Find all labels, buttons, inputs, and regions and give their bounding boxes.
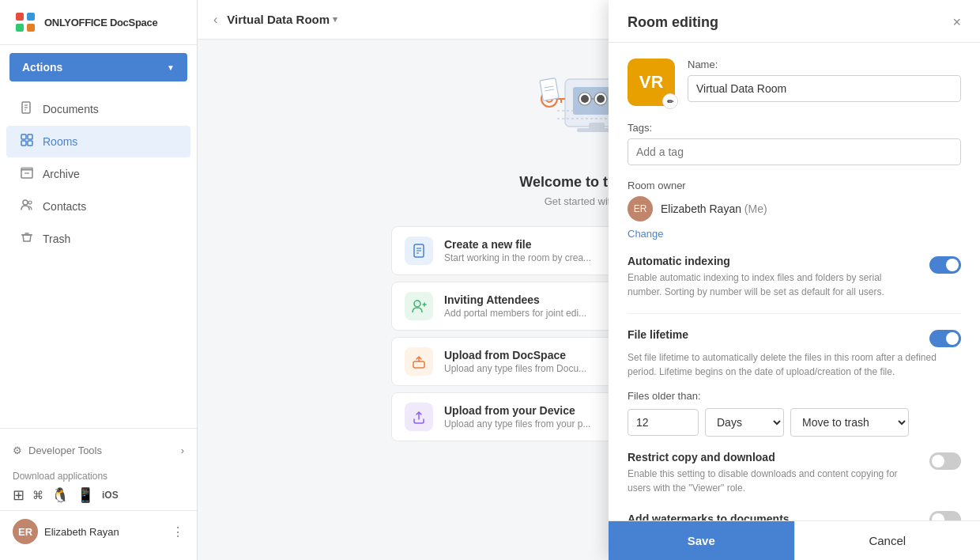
sidebar-item-contacts[interactable]: Contacts: [6, 191, 190, 222]
sidebar-item-label: Trash: [43, 233, 70, 245]
restrict-section: Restrict copy and download Enable this s…: [628, 451, 961, 495]
developer-tools-item[interactable]: ⚙ Developer Tools ›: [0, 437, 197, 464]
file-lifetime-toggle[interactable]: [929, 330, 961, 347]
room-identity: VR ✏ Name:: [628, 59, 961, 106]
upload-docspace-icon: [405, 347, 433, 376]
days-select[interactable]: Days Weeks Months: [705, 408, 784, 437]
name-field-group: Name:: [688, 59, 961, 102]
owner-avatar: ER: [628, 196, 653, 221]
card-desc: Upload any type files from your p...: [444, 418, 590, 429]
owner-row: ER Elizabeth Rayan (Me): [628, 196, 961, 221]
name-label: Name:: [688, 59, 961, 70]
card-title: Inviting Attendees: [444, 293, 586, 306]
files-older-label: Files older than:: [628, 390, 961, 402]
rooms-icon: [19, 134, 35, 149]
sidebar-item-label: Rooms: [43, 135, 77, 148]
watermark-title: Add watermarks to documents: [628, 513, 790, 520]
tags-label: Tags:: [628, 122, 961, 134]
svg-rect-2: [27, 13, 35, 21]
save-button[interactable]: Save: [609, 521, 794, 560]
user-info: ER Elizabeth Rayan: [13, 519, 119, 544]
sidebar-item-label: Contacts: [43, 200, 86, 213]
room-avatar: VR ✏: [628, 59, 675, 106]
download-label: Download applications: [13, 471, 184, 482]
sidebar-item-rooms[interactable]: Rooms: [6, 126, 190, 157]
sidebar-item-trash[interactable]: Trash: [6, 223, 190, 255]
macos-icon: ⌘: [32, 489, 43, 501]
linux-icon: 🐧: [51, 486, 69, 504]
restrict-toggle[interactable]: [929, 452, 961, 470]
avatar: ER: [13, 519, 38, 544]
actions-button[interactable]: Actions ▼: [9, 53, 187, 81]
developer-tools-icon: ⚙: [13, 445, 22, 456]
actions-chevron-icon: ▼: [167, 63, 175, 72]
auto-indexing-row: Automatic indexing Enable automatic inde…: [628, 255, 961, 314]
panel-close-button[interactable]: ×: [952, 14, 961, 31]
restrict-title: Restrict copy and download: [628, 451, 904, 464]
sidebar-item-label: Documents: [43, 103, 99, 115]
cancel-button[interactable]: Cancel: [794, 521, 981, 560]
auto-indexing-title: Automatic indexing: [628, 255, 904, 267]
user-name: Elizabeth Rayan: [44, 526, 119, 538]
action-select[interactable]: Move to trash Delete permanently: [790, 408, 909, 437]
contacts-icon: [19, 199, 35, 214]
breadcrumb-dropdown-icon[interactable]: ▾: [333, 14, 337, 25]
watermark-section: Add watermarks to documents: [628, 509, 961, 520]
restrict-desc: Enable this setting to disable downloads…: [628, 467, 904, 495]
file-lifetime-title: File lifetime: [628, 328, 688, 341]
sidebar-item-archive[interactable]: Archive: [6, 158, 190, 190]
owner-section-label: Room owner: [628, 180, 961, 191]
change-owner-link[interactable]: Change: [628, 228, 664, 240]
card-title: Create a new file: [444, 238, 591, 251]
app-logo-icon: [13, 9, 38, 35]
sidebar-item-label: Archive: [43, 168, 80, 180]
watermark-toggle[interactable]: [929, 511, 961, 520]
ios-label: iOS: [102, 490, 119, 501]
svg-rect-12: [28, 141, 32, 146]
files-older-row: Days Weeks Months Move to trash Delete p…: [628, 408, 961, 437]
logo-area: ONLYOFFICE DocSpace: [0, 0, 197, 45]
room-editing-panel: Room editing × VR ✏ Name: Tags:: [609, 0, 980, 560]
tags-input[interactable]: [628, 138, 961, 165]
invite-icon: [405, 292, 433, 320]
panel-header: Room editing ×: [609, 0, 980, 43]
panel-body: VR ✏ Name: Tags: Room owner ER: [609, 43, 980, 520]
archive-icon: [19, 166, 35, 182]
owner-section: Room owner ER Elizabeth Rayan (Me) Chang…: [628, 180, 961, 240]
android-icon: 📱: [77, 486, 94, 504]
download-section: Download applications ⊞ ⌘ 🐧 📱 iOS: [0, 464, 197, 510]
card-desc: Start working in the room by crea...: [444, 252, 591, 263]
card-desc: Upload any type files from Docu...: [444, 363, 586, 374]
panel-footer: Save Cancel: [609, 520, 980, 560]
back-button[interactable]: ‹: [210, 9, 220, 30]
svg-point-17: [28, 201, 32, 204]
svg-rect-3: [16, 24, 24, 32]
svg-point-25: [597, 95, 605, 103]
windows-icon: ⊞: [13, 486, 24, 504]
svg-rect-1: [16, 13, 24, 21]
file-lifetime-desc: Set file lifetime to automatically delet…: [628, 350, 961, 379]
room-avatar-edit-button[interactable]: ✏: [662, 93, 678, 109]
card-desc: Add portal members for joint edi...: [444, 308, 586, 319]
trash-icon: [19, 231, 35, 247]
files-older-input[interactable]: [628, 409, 699, 436]
platform-icons: ⊞ ⌘ 🐧 📱 iOS: [13, 486, 184, 504]
auto-indexing-toggle[interactable]: [929, 256, 961, 274]
room-name-input[interactable]: [688, 75, 961, 102]
svg-point-43: [414, 301, 420, 307]
user-menu-icon[interactable]: ⋮: [172, 524, 184, 539]
svg-point-24: [581, 95, 589, 103]
sidebar-bottom: ⚙ Developer Tools › Download application…: [0, 428, 197, 560]
file-lifetime-section: File lifetime Set file lifetime to autom…: [628, 328, 961, 437]
breadcrumb: Virtual Data Room ▾: [227, 13, 337, 26]
svg-rect-26: [589, 123, 605, 129]
svg-rect-4: [27, 24, 35, 32]
upload-device-icon: [405, 403, 433, 431]
svg-rect-9: [21, 134, 26, 139]
svg-rect-46: [413, 361, 424, 368]
tags-section: Tags:: [628, 122, 961, 165]
sidebar-item-documents[interactable]: Documents: [6, 93, 190, 125]
owner-name: Elizabeth Rayan (Me): [661, 202, 767, 215]
sidebar: ONLYOFFICE DocSpace Actions ▼ Documents …: [0, 0, 198, 560]
developer-tools-label: Developer Tools: [28, 445, 102, 456]
